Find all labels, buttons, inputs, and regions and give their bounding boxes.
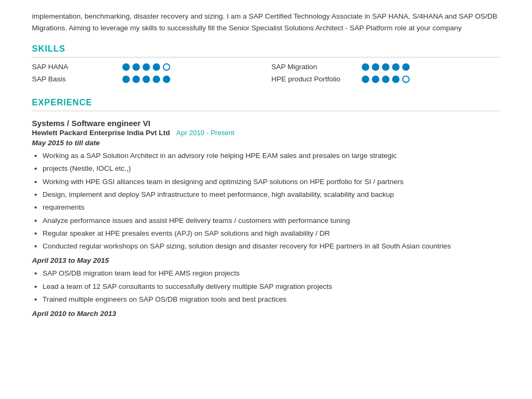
skill-dots-sap-hana: [122, 63, 170, 71]
skill-name-hpe-portfolio: HPE product Portfolio: [271, 75, 356, 83]
skill-row-sap-basis: SAP Basis: [32, 75, 261, 83]
skills-title: SKILLS: [32, 44, 500, 57]
skill-name-sap-basis: SAP Basis: [32, 75, 117, 83]
dot-3: [382, 63, 389, 71]
list-item: Trained multiple engineers on SAP OS/DB …: [43, 294, 500, 305]
job-title-1: Systems / Software engineer VI: [32, 119, 500, 128]
skill-row-hpe-portfolio: HPE product Portfolio: [271, 75, 500, 83]
dot-5: [163, 76, 170, 83]
skill-dots-hpe-portfolio: [362, 76, 410, 83]
experience-title: EXPERIENCE: [32, 98, 500, 111]
dot-1: [362, 63, 369, 71]
skill-name-sap-migration: SAP Migration: [271, 63, 356, 71]
period-1: May 2015 to till date Working as a SAP S…: [32, 139, 500, 252]
dot-1: [122, 76, 130, 83]
list-item: Analyze performance issues and assist HP…: [43, 215, 500, 227]
dot-3: [143, 76, 150, 83]
company-name-1: Hewlett Packard Enterprise India Pvt Ltd: [32, 129, 170, 137]
dot-1: [362, 76, 369, 83]
dot-3: [382, 76, 389, 83]
skill-name-sap-hana: SAP HANA: [32, 63, 117, 71]
period-2: April 2013 to May 2015 SAP OS/DB migrati…: [32, 256, 500, 305]
period-label-1: May 2015 to till date: [32, 139, 500, 147]
dot-2: [132, 63, 140, 71]
dot-2: [372, 76, 379, 83]
skill-row-sap-hana: SAP HANA: [32, 63, 261, 71]
period-3: April 2010 to March 2013: [32, 310, 500, 318]
list-item: requirements: [43, 202, 500, 213]
dot-2: [372, 63, 379, 71]
dot-4: [153, 76, 160, 83]
dot-1: [122, 63, 130, 71]
list-item: projects (Nestle, IOCL etc.,): [43, 163, 500, 174]
dot-2: [132, 76, 140, 83]
experience-section: EXPERIENCE Systems / Software engineer V…: [32, 98, 500, 318]
intro-paragraph: implementation, benchmarking, disaster r…: [32, 11, 500, 34]
bullet-list-period-1: Working as a SAP Solution Architect in a…: [43, 150, 500, 252]
list-item: Lead a team of 12 SAP consultants to suc…: [43, 281, 500, 293]
skill-dots-sap-basis: [122, 76, 170, 83]
period-label-3: April 2010 to March 2013: [32, 310, 500, 318]
bullet-list-period-2: SAP OS/DB migration team lead for HPE AM…: [43, 268, 500, 305]
list-item: Working with HPE GSI alliances team in d…: [43, 176, 500, 188]
dot-4: [392, 63, 400, 71]
skill-row-sap-migration: SAP Migration: [271, 63, 500, 71]
dot-3: [143, 63, 150, 71]
list-item: Conducted regular workshops on SAP sizin…: [43, 240, 500, 252]
dot-4: [153, 63, 160, 71]
company-line-1: Hewlett Packard Enterprise India Pvt Ltd…: [32, 129, 500, 137]
list-item: Regular speaker at HPE presales events (…: [43, 228, 500, 239]
dot-4: [392, 76, 400, 83]
date-range-1: Apr 2010 - Present: [177, 129, 235, 137]
list-item: Working as a SAP Solution Architect in a…: [43, 150, 500, 162]
list-item: SAP OS/DB migration team lead for HPE AM…: [43, 268, 500, 279]
dot-5: [402, 63, 410, 71]
period-label-2: April 2013 to May 2015: [32, 256, 500, 264]
skills-grid: SAP HANA SAP Migration SAP Basis: [32, 63, 500, 83]
list-item: Design, implement and deploy SAP infrast…: [43, 189, 500, 201]
job-entry-1: Systems / Software engineer VI Hewlett P…: [32, 119, 500, 318]
dot-5: [402, 76, 410, 83]
skills-section: SKILLS SAP HANA SAP Migration: [32, 44, 500, 83]
skill-dots-sap-migration: [362, 63, 410, 71]
dot-5: [163, 63, 170, 71]
